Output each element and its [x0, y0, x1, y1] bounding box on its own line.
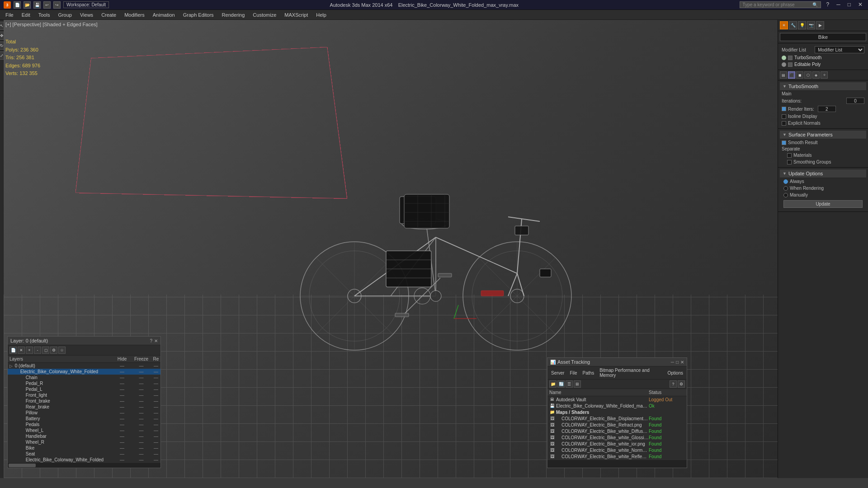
modifier-list-dropdown[interactable]: Modifier List: [815, 46, 864, 53]
asset-row-0[interactable]: 🏛 Autodesk Vault Logged Out: [547, 396, 687, 403]
asset-row-9[interactable]: 🖼 COLORWAY_Electric_Bike_white_Reflectio…: [547, 453, 687, 460]
smoothing-groups-check[interactable]: [787, 160, 792, 164]
layer-row-16[interactable]: ▷ Electric_Bike_Colorway_White_Folded — …: [8, 457, 160, 462]
layer-scrollbar-thumb[interactable]: [9, 464, 36, 467]
asset-maximize-btn[interactable]: □: [676, 360, 679, 365]
layer-panel-close[interactable]: ✕: [154, 338, 158, 343]
asset-row-3[interactable]: 🖼 COLORWAY_Electric_Bike_Displacment.png…: [547, 415, 687, 422]
mod-check-1[interactable]: [788, 56, 793, 60]
minimize-button[interactable]: ─: [835, 1, 842, 8]
iterations-input[interactable]: [846, 98, 864, 104]
rp-sub-6[interactable]: ⟡: [821, 71, 828, 79]
viewport[interactable]: [+] [Perspective] [Shaded + Edged Faces]…: [4, 20, 778, 478]
new-icon[interactable]: 📄: [14, 1, 21, 9]
viewport-label[interactable]: [+] [Perspective] [Shaded + Edged Faces]: [5, 22, 98, 27]
asset-menu-options[interactable]: Options: [666, 370, 685, 376]
explicit-normals-check[interactable]: [782, 121, 786, 126]
menu-create[interactable]: Create: [98, 11, 120, 19]
menu-views[interactable]: Views: [76, 11, 97, 19]
menu-edit[interactable]: Edit: [18, 11, 34, 19]
layer-row-4[interactable]: ▷ Pedal_L — — —: [8, 386, 160, 392]
manually-row[interactable]: Manually: [780, 192, 866, 198]
turbosmooth-header[interactable]: ▼ TurboSmooth: [780, 82, 866, 91]
undo-icon[interactable]: ↩: [43, 1, 51, 9]
mod-bulb-2[interactable]: [782, 62, 786, 67]
rp-icon-5[interactable]: ▶: [816, 21, 824, 29]
layer-row-2[interactable]: ▷ Chain — — —: [8, 375, 160, 380]
layer-row-14[interactable]: ▷ Bike — — —: [8, 445, 160, 451]
layer-row-12[interactable]: ▷ Handlebar — — —: [8, 433, 160, 439]
menu-modifiers[interactable]: Modifiers: [121, 11, 148, 19]
update-options-header[interactable]: ▼ Update Options: [780, 169, 866, 178]
asset-tb-config[interactable]: ⚙: [678, 380, 685, 388]
menu-tools[interactable]: Tools: [35, 11, 54, 19]
asset-row-6[interactable]: 🖼 COLORWAY_Electric_Bike_white_Glossines…: [547, 434, 687, 441]
layer-scrollbar-h[interactable]: [8, 462, 160, 468]
always-row[interactable]: Always: [780, 178, 866, 185]
explicit-normals-row[interactable]: Explicit Normals: [780, 120, 866, 127]
mod-check-2[interactable]: [788, 62, 793, 67]
when-rendering-radio[interactable]: [783, 186, 788, 191]
open-icon[interactable]: 📂: [24, 1, 31, 9]
rp-sub-1[interactable]: ▤: [780, 71, 787, 79]
lp-new-icon[interactable]: 📄: [9, 347, 17, 354]
update-button[interactable]: Update: [783, 200, 863, 208]
layer-row-1[interactable]: ▷ Electric_Bike_Colorway_White_Folded — …: [8, 369, 160, 375]
rp-icon-1[interactable]: ☀: [780, 21, 788, 29]
menu-customize[interactable]: Customize: [249, 11, 280, 19]
menu-graph-editors[interactable]: Graph Editors: [179, 11, 217, 19]
asset-tb-1[interactable]: 📁: [549, 380, 557, 388]
asset-menu-paths[interactable]: Paths: [581, 370, 596, 376]
asset-row-4[interactable]: 🖼 COLORWAY_Electric_Bike_Refract.png Fou…: [547, 422, 687, 428]
when-rendering-row[interactable]: When Rendering: [780, 185, 866, 192]
asset-menu-server[interactable]: Server: [549, 370, 566, 376]
mod-bulb-1[interactable]: [782, 56, 786, 60]
asset-tb-4[interactable]: ⊞: [574, 380, 581, 388]
workspace-selector[interactable]: Workspace: Default: [63, 1, 109, 8]
layer-row-5[interactable]: ▷ Front_light — — —: [8, 392, 160, 398]
lp-add-icon[interactable]: +: [26, 347, 33, 354]
menu-file[interactable]: File: [2, 11, 17, 19]
smooth-result-row[interactable]: Smooth Result: [780, 139, 866, 146]
asset-close-btn[interactable]: ✕: [680, 360, 684, 365]
help-icon[interactable]: ?: [825, 1, 831, 8]
lp-highlight-icon[interactable]: ☆: [58, 347, 66, 354]
menu-animation[interactable]: Animation: [149, 11, 179, 19]
rp-sub-4[interactable]: ⬡: [804, 71, 811, 79]
layer-row-7[interactable]: ▷ Rear_brake — — —: [8, 404, 160, 410]
render-iters-check[interactable]: [782, 107, 786, 111]
always-radio[interactable]: [783, 179, 788, 184]
lp-select-icon[interactable]: ◻: [42, 347, 49, 354]
redo-icon[interactable]: ↪: [53, 1, 61, 9]
render-iters-input[interactable]: [818, 106, 836, 112]
asset-row-7[interactable]: 🖼 COLORWAY_Electric_Bike_white_ior.png F…: [547, 441, 687, 447]
rp-sub-5[interactable]: ◈: [812, 71, 820, 79]
asset-row-5[interactable]: 🖼 COLORWAY_Electric_Bike_white_Diffuse.p…: [547, 428, 687, 434]
rp-icon-2[interactable]: 🔧: [789, 21, 797, 29]
manually-radio[interactable]: [783, 193, 788, 197]
rp-sub-3[interactable]: ◼: [796, 71, 803, 79]
menu-maxscript[interactable]: MAXScript: [281, 11, 311, 19]
asset-row-1[interactable]: 💾 Electric_Bike_Colorway_White_Folded_ma…: [547, 403, 687, 409]
save-icon[interactable]: 💾: [33, 1, 41, 9]
asset-tb-2[interactable]: 🔄: [557, 380, 565, 388]
asset-menu-bitmap[interactable]: Bitmap Performance and Memory: [598, 367, 664, 378]
mod-editablepoly[interactable]: Editable Poly: [780, 61, 866, 68]
asset-row-2[interactable]: 📁 Maps / Shaders: [547, 409, 687, 415]
layer-row-6[interactable]: ▷ Front_brake — — —: [8, 398, 160, 404]
mod-turbosmooth[interactable]: TurboSmooth: [780, 54, 866, 61]
layer-row-3[interactable]: ▷ Pedal_R — — —: [8, 380, 160, 386]
layer-row-9[interactable]: ▷ Battery — — —: [8, 416, 160, 422]
layer-panel-help[interactable]: ?: [150, 338, 152, 343]
menu-group[interactable]: Group: [54, 11, 75, 19]
isoline-check[interactable]: [782, 114, 786, 119]
layer-row-8[interactable]: ▷ Pillow — — —: [8, 410, 160, 416]
rp-icon-4[interactable]: 📷: [807, 21, 815, 29]
asset-row-8[interactable]: 🖼 COLORWAY_Electric_Bike_white_Normal.pn…: [547, 447, 687, 453]
materials-row[interactable]: Materials: [780, 152, 866, 159]
isoline-row[interactable]: Isoline Display: [780, 113, 866, 120]
rp-icon-3[interactable]: 💡: [798, 21, 806, 29]
maximize-button[interactable]: □: [846, 1, 853, 8]
obj-name-input[interactable]: [780, 33, 866, 41]
smooth-result-check[interactable]: [782, 141, 786, 145]
